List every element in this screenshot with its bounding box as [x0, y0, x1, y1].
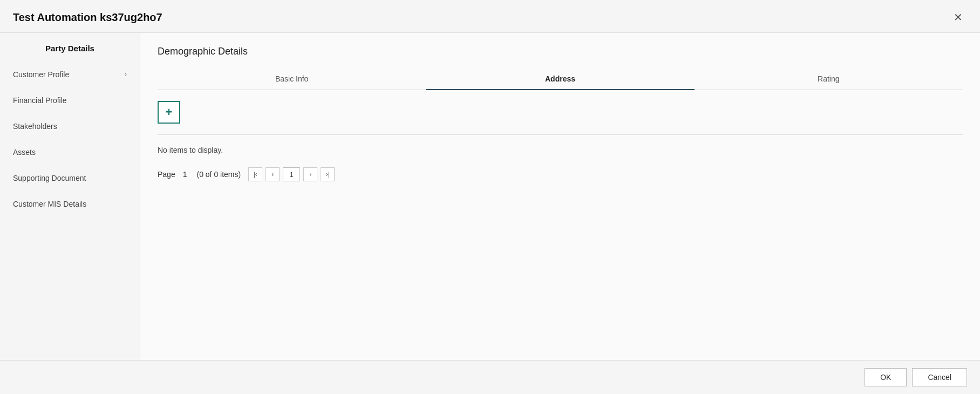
pagination-page-number: 1 [183, 170, 187, 179]
chevron-right-icon: › [125, 71, 127, 78]
content-area: Demographic Details Basic Info Address R… [140, 33, 980, 360]
sidebar-item-financial-profile[interactable]: Financial Profile [0, 87, 140, 113]
modal-body: Party Details Customer Profile › Financi… [0, 33, 980, 360]
close-button[interactable]: ✕ [949, 10, 967, 25]
sidebar-item-label: Supporting Document [13, 174, 86, 182]
pagination-prev-button[interactable]: ‹ [266, 167, 280, 181]
pagination-page-label: Page [158, 170, 175, 179]
modal-title: Test Automation ks37ug2ho7 [13, 11, 162, 24]
tab-bar: Basic Info Address Rating [158, 68, 963, 90]
no-items-text: No items to display. [158, 146, 963, 154]
sidebar-item-label: Customer MIS Details [13, 200, 86, 208]
plus-icon: + [166, 105, 173, 119]
sidebar-item-label: Financial Profile [13, 96, 67, 105]
sidebar-item-label: Stakeholders [13, 122, 57, 131]
pagination-items-count: (0 of 0 items) [197, 170, 241, 179]
sidebar-heading: Party Details [0, 33, 140, 62]
tab-rating[interactable]: Rating [695, 68, 963, 90]
pagination-page-input[interactable] [283, 167, 300, 181]
divider [158, 134, 963, 135]
ok-button[interactable]: OK [865, 368, 907, 386]
sidebar-item-label: Customer Profile [13, 70, 69, 79]
sidebar-item-customer-profile[interactable]: Customer Profile › [0, 62, 140, 87]
pagination-last-button[interactable]: ›| [321, 167, 335, 181]
add-address-button[interactable]: + [158, 101, 180, 124]
tab-label: Rating [818, 74, 839, 83]
sidebar-item-supporting-document[interactable]: Supporting Document [0, 165, 140, 191]
tab-address[interactable]: Address [426, 68, 694, 90]
sidebar-item-assets[interactable]: Assets [0, 139, 140, 165]
pagination-first-button[interactable]: |‹ [248, 167, 262, 181]
sidebar-item-customer-mis-details[interactable]: Customer MIS Details [0, 191, 140, 217]
content-title: Demographic Details [158, 46, 963, 57]
modal-container: Test Automation ks37ug2ho7 ✕ Party Detai… [0, 0, 980, 394]
tab-basic-info[interactable]: Basic Info [158, 68, 426, 90]
modal-footer: OK Cancel [0, 360, 980, 394]
pagination-next-button[interactable]: › [303, 167, 317, 181]
pagination: Page 1 (0 of 0 items) |‹ ‹ › ›| [158, 167, 963, 181]
sidebar-item-label: Assets [13, 148, 36, 157]
cancel-button[interactable]: Cancel [912, 368, 967, 386]
modal-header: Test Automation ks37ug2ho7 ✕ [0, 0, 980, 33]
sidebar: Party Details Customer Profile › Financi… [0, 33, 140, 360]
sidebar-item-stakeholders[interactable]: Stakeholders [0, 113, 140, 139]
tab-label: Address [545, 74, 575, 83]
tab-label: Basic Info [275, 74, 308, 83]
